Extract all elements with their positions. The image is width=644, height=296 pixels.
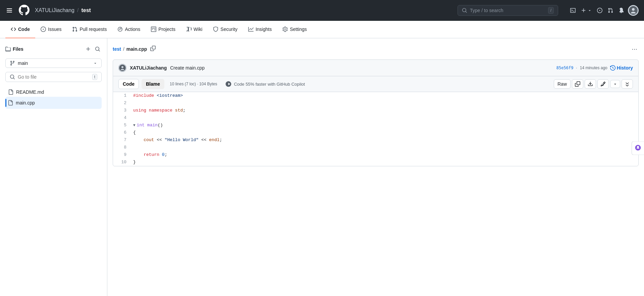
expand-button[interactable] [622,79,633,89]
tab-code[interactable]: Code [118,79,139,89]
nav-wiki-label: Wiki [194,27,202,32]
history-icon [610,65,615,71]
file-main-cpp[interactable]: main.cpp [5,97,102,109]
breadcrumb-file: main.cpp [126,46,147,52]
wiki-icon [186,27,192,32]
copy-icon [150,46,156,51]
file-main-cpp-name: main.cpp [16,100,35,105]
repo-name[interactable]: test [81,7,91,13]
line-content-6: { [130,129,638,136]
tab-blame[interactable]: Blame [142,79,164,89]
nav-projects[interactable]: Projects [146,21,181,38]
sidebar-title: Files [5,46,23,52]
files-label: Files [13,46,23,52]
line-num-5: 5 [113,122,130,129]
pullreq-button[interactable] [606,6,614,14]
search-files-button[interactable] [94,45,102,53]
github-logo[interactable] [19,5,30,16]
file-icon [8,89,13,95]
breadcrumb-repo-link[interactable]: test [113,46,121,52]
issues-button[interactable] [596,6,604,14]
nav-settings-label: Settings [290,27,307,32]
line-num-4: 4 [113,114,130,122]
new-button[interactable] [580,6,593,14]
more-edit-options[interactable] [610,80,620,88]
code-line-2: 2 [113,99,638,107]
nav-pull-requests[interactable]: Pull requests [67,21,112,38]
search-icon [462,8,467,13]
line-num-2: 2 [113,99,130,107]
nav-security[interactable]: Security [208,21,243,38]
repo-owner[interactable]: XATULiJiachang [35,7,74,13]
commit-separator: · [576,66,577,70]
security-icon [213,27,218,32]
copy-path-button[interactable] [149,45,157,53]
file-content: test / main.cpp ··· XATULiJiachang Creat… [107,38,644,296]
nav-code-label: Code [18,27,30,32]
active-file-indicator [5,99,6,107]
nav-settings[interactable]: Settings [277,21,312,38]
history-button[interactable]: History [610,65,633,71]
file-icon-active [8,100,13,105]
commit-author-name[interactable]: XATULiJiachang [130,65,167,71]
raw-actions: Raw [554,79,633,89]
copilot-float-icon [635,144,641,151]
code-line-7: 7 cout << "Hello World" << endl; [113,136,638,144]
commit-author-avatar [118,64,126,72]
go-to-file-input[interactable] [18,74,90,80]
issues-icon [41,27,46,32]
file-readme[interactable]: README.md [5,87,102,97]
branch-selector[interactable]: main [5,58,102,68]
branch-chevron-icon [93,61,97,65]
nav-actions[interactable]: Actions [112,21,146,38]
go-to-file[interactable]: t [5,72,102,82]
more-options-button[interactable]: ··· [630,44,639,54]
commit-meta: 85e56f9 · 14 minutes ago History [556,65,633,71]
code-line-4: 4 [113,114,638,122]
code-line-9: 9 return 0; [113,151,638,159]
line-num-10: 10 [113,159,130,166]
edit-button[interactable] [597,79,609,89]
code-line-6: 6 { [113,129,638,136]
terminal-button[interactable] [569,6,577,14]
expand-icon [625,81,630,87]
branch-name: main [18,60,91,66]
code-icon [11,27,16,32]
line-content-7: cout << "Hello World" << endl; [130,136,638,144]
sidebar-actions [84,45,102,53]
line-content-4 [130,114,638,122]
nav-issues[interactable]: Issues [35,21,67,38]
file-list: README.md main.cpp [3,87,104,109]
nav-wiki[interactable]: Wiki [181,21,208,38]
nav-insights[interactable]: Insights [243,21,277,38]
code-line-3: 3 using namespace std; [113,107,638,114]
download-button[interactable] [585,79,596,89]
avatar[interactable] [628,5,639,16]
projects-icon [151,27,156,32]
line-content-9: return 0; [130,151,638,159]
raw-button[interactable]: Raw [554,79,571,89]
search-placeholder: Type / to search [470,8,503,13]
nav-code[interactable]: Code [5,21,35,38]
hamburger-menu[interactable] [5,7,13,14]
branch-icon [10,60,15,66]
search-box[interactable]: Type / to search / [458,5,558,16]
file-sidebar: Files main t README.md [0,38,107,296]
copilot-promo: Code 55% faster with GitHub Copilot [225,81,305,87]
code-block: 1 #include <iostream> 2 3 using namespac… [113,92,639,166]
add-file-button[interactable] [84,45,92,53]
nav-actions-label: Actions [125,27,140,32]
plus-icon [86,46,91,52]
notifications-button[interactable] [617,6,625,14]
code-line-10: 10 } [113,159,638,166]
search-kbd: / [548,7,554,14]
line-num-6: 6 [113,129,130,136]
settings-icon [282,27,288,32]
copy-raw-button[interactable] [572,79,583,89]
copilot-float-button[interactable] [632,141,644,155]
hamburger-icon [7,8,12,12]
pr-icon [72,27,77,32]
commit-hash[interactable]: 85e56f9 [556,66,574,70]
commit-message: Create main.cpp [170,65,205,71]
commit-time: 14 minutes ago [580,66,607,70]
